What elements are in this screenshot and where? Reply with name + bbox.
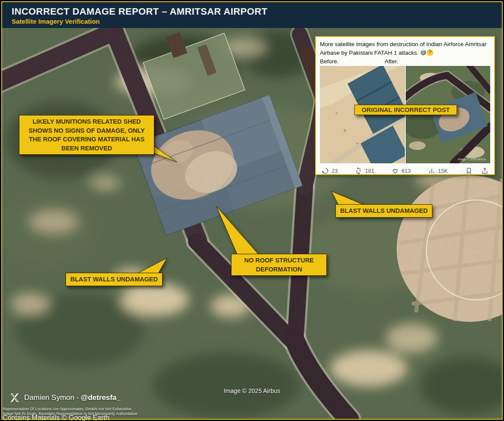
before-label: Before.	[320, 58, 385, 65]
callout-blast-walls-right: BLAST WALLS UNDAMAGED	[335, 204, 432, 218]
views-stat: 15K	[428, 167, 448, 175]
disclaimer-line-1: Representation Of Locations Are Approxim…	[3, 407, 138, 412]
original-incorrect-post-label: ORIGINAL INCORRECT POST	[354, 105, 457, 115]
materials-credit: Contains Materials © Google Earth	[3, 414, 109, 421]
views-count: 15K	[438, 168, 448, 174]
reply-count: 23	[332, 168, 338, 174]
repost-stat: 181	[355, 167, 374, 175]
page-subtitle: Satellite Imagery Verification	[12, 18, 502, 25]
page-title: INCORRECT DAMAGE REPORT – AMRITSAR AIRPO…	[12, 6, 502, 17]
like-count: 613	[401, 168, 411, 174]
callout-shed: LIKELY MUNITIONS RELATED SHED SHOWS NO S…	[19, 115, 154, 155]
like-stat: 613	[391, 167, 411, 175]
reply-icon	[322, 167, 329, 175]
before-after-labels: Before. After.	[320, 58, 490, 65]
header-bar: INCORRECT DAMAGE REPORT – AMRITSAR AIRPO…	[2, 2, 502, 28]
x-logo-icon	[9, 393, 20, 403]
author-row: Damien Symon - @detresfa_	[9, 393, 121, 403]
repost-count: 181	[365, 168, 374, 174]
author-name: Damien Symon -	[24, 393, 81, 402]
infographic-canvas: INCORRECT DAMAGE REPORT – AMRITSAR AIRPO…	[0, 0, 504, 421]
author-text: Damien Symon - @detresfa_	[24, 393, 121, 402]
share-icon	[481, 167, 488, 175]
bookmark-icon	[465, 167, 473, 175]
heart-icon	[391, 167, 399, 175]
after-image-credit: Image © 2025 Airbus	[458, 158, 486, 161]
views-icon	[428, 167, 435, 175]
callout-blast-walls-left: BLAST WALLS UNDAMAGED	[66, 273, 163, 286]
after-label: After.	[385, 58, 398, 65]
author-handle: @detresfa_	[81, 393, 120, 402]
reply-stat: 23	[322, 167, 338, 175]
tweet-text: More satellite images from destruction o…	[320, 40, 490, 57]
bookmark-share-group	[465, 167, 488, 175]
tweet-stats-bar: 23 181 613 15K	[320, 163, 490, 178]
repost-icon	[355, 167, 362, 175]
callout-no-roof: NO ROOF STRUCTURE DEFORMATION	[231, 254, 327, 276]
